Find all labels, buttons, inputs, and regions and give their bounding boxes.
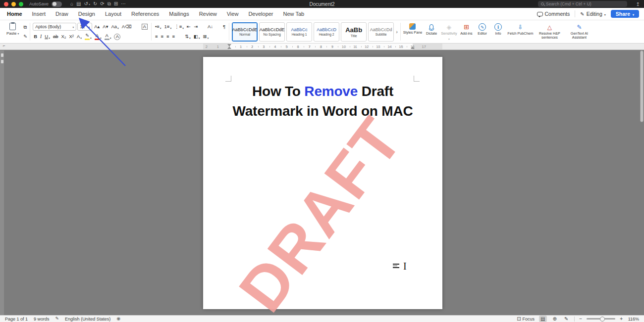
align-left-button[interactable]: ≡ (154, 33, 159, 41)
zoom-in-button[interactable] (620, 316, 623, 322)
fullscreen-button[interactable] (19, 2, 23, 6)
tab-layout[interactable]: Layout (100, 8, 126, 20)
underline-button[interactable]: U (44, 33, 51, 41)
style-heading-1[interactable]: AaBbCc Heading 1 (286, 22, 312, 42)
bold-button[interactable]: B (33, 33, 38, 41)
macro-record-icon[interactable] (116, 316, 120, 322)
font-name-select[interactable]: Aptos (Body) (33, 23, 76, 31)
language-indicator[interactable]: English (United States) (65, 317, 110, 322)
style-normal[interactable]: AaBbCcDdE Normal (232, 22, 258, 42)
shading-button[interactable]: ◧ (193, 33, 201, 41)
tab-new-tab[interactable]: New Tab (278, 8, 310, 20)
more-icon[interactable]: ⋯ (121, 0, 126, 8)
refresh-icon[interactable]: ⟳ (100, 0, 104, 8)
page-thumb-icon[interactable] (1, 53, 3, 57)
style-no-spacing[interactable]: AaBbCcDdE No Spacing (259, 22, 285, 42)
zoom-percentage[interactable]: 116% (627, 317, 639, 322)
home-icon[interactable]: ⌂ (70, 0, 73, 8)
document-page[interactable]: How To Remove Draft Watermark in Word on… (203, 57, 442, 309)
tab-view[interactable]: View (222, 8, 244, 20)
scrollbar-thumb[interactable] (640, 50, 644, 122)
styles-pane-button[interactable]: Styles Pane (402, 22, 423, 42)
font-size-select[interactable]: 12 (77, 23, 92, 31)
vertical-scrollbar[interactable] (640, 50, 644, 315)
bullets-button[interactable]: •≡ (154, 23, 162, 31)
share-icon[interactable] (636, 1, 640, 7)
strikethrough-button[interactable]: ab (52, 33, 59, 41)
change-case-button[interactable]: Aa (110, 23, 119, 31)
decrease-indent-button[interactable]: ⇤ (186, 23, 192, 31)
text-shading-button[interactable]: A (104, 33, 112, 41)
line-spacing-button[interactable]: ⇅ (184, 33, 192, 41)
character-border-button[interactable]: A (141, 23, 149, 31)
zoom-slider-thumb[interactable] (600, 317, 605, 322)
highlight-button[interactable]: ✎ (84, 33, 93, 41)
tab-stop-selector[interactable] (1, 44, 7, 49)
superscript-button[interactable]: X² (68, 33, 75, 41)
grid-icon[interactable]: ⊞ (114, 0, 118, 8)
fetch-pubchem-button[interactable]: Fetch PubChem (507, 22, 535, 42)
print-layout-view-button[interactable] (539, 316, 546, 322)
italic-button[interactable]: I (39, 33, 43, 41)
editor-button[interactable]: Editor (475, 22, 490, 42)
tab-design[interactable]: Design (73, 8, 100, 20)
web-layout-view-button[interactable] (551, 316, 558, 322)
align-right-button[interactable]: ≡ (165, 33, 170, 41)
justify-button[interactable]: ≡ (171, 33, 176, 41)
grow-font-button[interactable]: A▴ (93, 23, 101, 31)
focus-button[interactable]: Focus (517, 316, 535, 322)
style-heading-2[interactable]: AaBbCcD Heading 2 (314, 22, 339, 42)
tab-references[interactable]: References (126, 8, 164, 20)
minimize-button[interactable] (11, 2, 16, 6)
outline-view-button[interactable] (563, 316, 570, 322)
tab-developer[interactable]: Developer (243, 8, 278, 20)
dictate-button[interactable]: Dictate (424, 22, 439, 42)
paste-button[interactable]: Paste (4, 22, 21, 36)
word-count[interactable]: 9 words (34, 317, 50, 322)
page-indicator[interactable]: Page 1 of 1 (5, 317, 28, 322)
tab-draw[interactable]: Draw (51, 8, 73, 20)
multilevel-list-button[interactable]: ⋮≡ (173, 23, 185, 31)
redo-icon[interactable]: ↻ (93, 0, 97, 8)
add-ins-button[interactable]: Add-ins (459, 22, 474, 42)
gentext-ai-assistant-button[interactable]: GenText AI Assistant (565, 22, 593, 42)
tab-mailings[interactable]: Mailings (164, 8, 194, 20)
zoom-out-button[interactable] (579, 316, 582, 322)
gallery-more-button[interactable] (395, 29, 399, 35)
autosave-toggle[interactable] (52, 1, 62, 7)
save-icon[interactable]: ▤ (76, 0, 81, 8)
borders-button[interactable]: ⊞ (202, 33, 210, 41)
increase-indent-button[interactable]: ⇥ (193, 23, 199, 31)
sort-button[interactable]: A↓ (207, 23, 214, 31)
tab-home[interactable]: Home (2, 8, 27, 20)
clear-formatting-button[interactable]: A⌫ (121, 23, 133, 31)
format-painter-button[interactable]: ✎ (22, 32, 28, 41)
left-indent-marker[interactable] (227, 46, 231, 49)
subscript-button[interactable]: X₂ (60, 33, 67, 41)
proofing-status-icon[interactable] (55, 316, 59, 322)
show-hide-paragraph-button[interactable]: ¶ (222, 23, 226, 31)
text-effects-button[interactable]: A (76, 33, 83, 41)
page-thumb-icon[interactable] (1, 60, 3, 63)
search-input[interactable]: Search (Cmd + Ctrl + U) (538, 1, 627, 7)
info-button[interactable]: Info (491, 22, 506, 42)
style-title[interactable]: AaBb Title (341, 22, 367, 42)
zoom-slider[interactable] (587, 318, 615, 320)
comments-button[interactable]: Comments (537, 11, 570, 17)
editing-mode-dropdown[interactable]: Editing (580, 11, 606, 17)
copy-button[interactable]: ⧉ (22, 23, 28, 31)
resolve-hp-sentences-button[interactable]: Resolve H&P sentences (535, 22, 564, 42)
style-subtitle[interactable]: AaBbCcDd Subtitle (368, 22, 394, 42)
sensitivity-button[interactable]: Sensitivity (440, 22, 458, 42)
undo-icon[interactable]: ↺ (84, 0, 90, 8)
align-center-button[interactable]: ≡ (160, 33, 164, 41)
shrink-font-button[interactable]: A▾ (102, 23, 109, 31)
copy-icon[interactable]: ⧉ (107, 0, 111, 8)
enclose-characters-button[interactable]: A (113, 33, 121, 41)
share-button[interactable]: Share (611, 10, 639, 18)
font-color-button[interactable]: A (94, 33, 103, 41)
tab-review[interactable]: Review (194, 8, 222, 20)
numbering-button[interactable]: 1≡ (163, 23, 173, 31)
tab-insert[interactable]: Insert (27, 8, 51, 20)
close-button[interactable] (4, 2, 8, 6)
